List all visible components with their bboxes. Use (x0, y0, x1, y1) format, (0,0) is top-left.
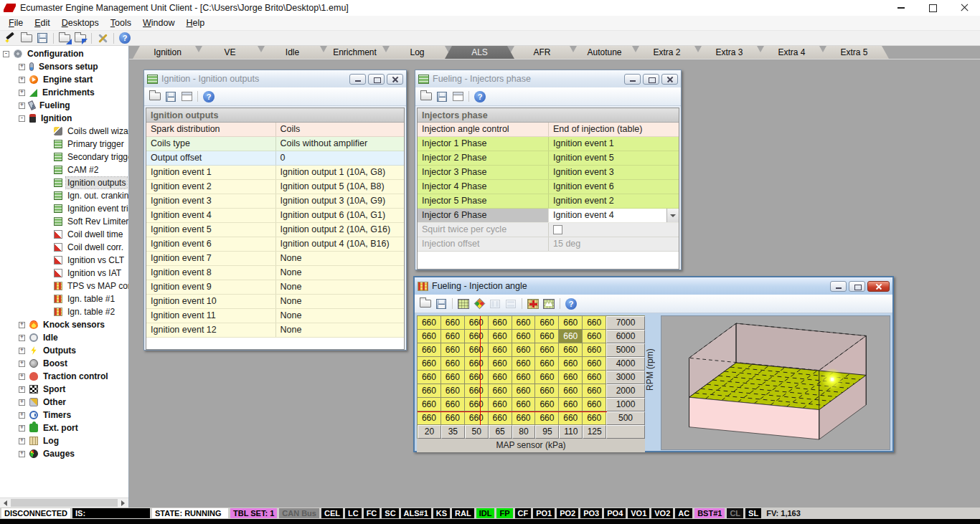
rpm-header-cell[interactable]: 3000 (606, 371, 645, 384)
tree-horizontal-scrollbar[interactable] (0, 497, 128, 508)
save-file-icon[interactable] (434, 297, 448, 310)
grid-cell[interactable]: 660 (535, 398, 559, 411)
grid-cell[interactable]: 660 (512, 398, 536, 411)
grid-cell[interactable]: 660 (441, 330, 465, 343)
grid-cell[interactable]: 660 (489, 411, 512, 425)
grid-cell[interactable]: 660 (512, 316, 536, 330)
tab-idle[interactable]: Idle (258, 46, 327, 59)
tree-item-engine-start[interactable]: + Engine start (0, 73, 128, 86)
tree-item-enrichments[interactable]: + Enrichments (0, 86, 128, 99)
tree-expander[interactable]: + (19, 335, 25, 341)
grid-cell[interactable]: 660 (583, 316, 606, 330)
param-row[interactable]: Ignition event 4 Ignition output 6 (10A,… (146, 209, 404, 223)
grid-cell[interactable]: 660 (441, 357, 465, 371)
tree-item-ignition-event-trim[interactable]: Ignition event trim (0, 202, 128, 215)
grid-cell[interactable]: 660 (441, 371, 465, 384)
save-file-icon[interactable] (35, 32, 50, 44)
tab-enrichment[interactable]: Enrichment (320, 46, 390, 59)
tab-als[interactable]: ALS (445, 46, 514, 59)
param-row[interactable]: Injection angle control End of injection… (418, 123, 679, 137)
param-row-disabled[interactable]: Squirt twice per cycle (418, 223, 679, 237)
map-header-cell[interactable]: 50 (465, 425, 489, 439)
tree-item-cam-2[interactable]: CAM #2 (0, 163, 128, 176)
grid-cell[interactable]: 660 (465, 316, 489, 330)
close-button[interactable] (948, 0, 980, 16)
menu-tools[interactable]: Tools (105, 16, 137, 29)
tree-item-coil-dwell-corr[interactable]: Coil dwell corr. (0, 241, 128, 254)
grid-cell[interactable]: 660 (418, 411, 441, 425)
read-from-ecu-icon[interactable] (57, 32, 72, 44)
tree-item-ignition-outputs[interactable]: Ignition outputs (0, 176, 128, 189)
grid-cell[interactable]: 660 (418, 384, 441, 398)
grid-cell[interactable]: 660 (418, 398, 441, 411)
tab-extra-5[interactable]: Extra 5 (819, 46, 889, 59)
tree-item-configuration[interactable]: - Configuration (0, 47, 128, 60)
grid-cell[interactable]: 660 (512, 330, 536, 343)
grid-cell[interactable]: 660 (583, 384, 606, 398)
tree-item-outputs[interactable]: + Outputs (0, 344, 128, 357)
tree-item-fueling[interactable]: + Fueling (0, 99, 128, 112)
tab-log[interactable]: Log (382, 46, 452, 59)
rpm-header-cell[interactable]: 6000 (606, 330, 645, 343)
window-titlebar[interactable]: Fueling - Injectors phase (415, 70, 681, 87)
tree-expander[interactable]: + (19, 90, 25, 96)
interpolate-table-icon[interactable] (526, 297, 540, 310)
grid-cell[interactable]: 660 (583, 411, 606, 425)
grid-cell[interactable]: 660 (489, 371, 512, 384)
grid-cell[interactable]: 660 (583, 343, 606, 357)
tree-expander[interactable]: + (19, 64, 25, 70)
rpm-header-cell[interactable]: 1000 (606, 398, 645, 411)
param-row[interactable]: Ignition event 2 Ignition output 5 (10A,… (146, 180, 404, 194)
window-titlebar[interactable]: Ignition - Ignition outputs (144, 70, 406, 87)
param-row-selected[interactable]: Injector 6 Phase Ignition event 4 (418, 209, 679, 223)
tree-expander[interactable]: + (19, 412, 25, 419)
tree-expander[interactable]: + (19, 399, 25, 406)
grid-cell[interactable]: 660 (441, 411, 465, 425)
tree-item-idle[interactable]: + Idle (0, 331, 128, 344)
rpm-header-cell[interactable]: 500 (606, 411, 645, 425)
open-file-icon[interactable] (418, 297, 433, 310)
param-row[interactable]: Ignition event 7 None (146, 252, 404, 266)
save-file-icon[interactable] (435, 90, 449, 103)
param-row[interactable]: Injector 5 Phase Ignition event 2 (418, 194, 679, 209)
split-horizontal-icon[interactable] (504, 297, 518, 310)
param-row[interactable]: Ignition event 11 None (146, 309, 404, 323)
grid-cell[interactable]: 660 (489, 384, 512, 398)
tree-item-ext-port[interactable]: + Ext. port (0, 421, 128, 434)
tree-item-sensors-setup[interactable]: + Sensors setup (0, 60, 128, 73)
param-combobox[interactable]: Ignition event 4 (548, 209, 679, 222)
tree-item-gauges[interactable]: + Gauges (0, 447, 128, 460)
scale-table-icon[interactable] (542, 297, 556, 310)
param-row[interactable]: Injector 1 Phase Ignition event 1 (418, 137, 679, 151)
grid-cell[interactable]: 660 (512, 343, 536, 357)
tree-expander[interactable]: + (19, 103, 25, 109)
open-file-icon[interactable] (419, 90, 433, 103)
tree-item-traction-control[interactable]: + Traction control (0, 370, 128, 383)
param-row[interactable]: Ignition event 6 Ignition output 4 (10A,… (146, 237, 404, 252)
tab-extra-2[interactable]: Extra 2 (632, 46, 702, 59)
grid-cell[interactable]: 660 (559, 371, 583, 384)
grid-cell[interactable]: 660 (489, 357, 512, 371)
tree-item-tps-vs-map-corr[interactable]: TPS vs MAP corr. (0, 280, 128, 292)
param-row[interactable]: Injector 4 Phase Ignition event 6 (418, 180, 679, 194)
surface-plot[interactable] (661, 315, 890, 450)
menu-window[interactable]: Window (137, 16, 180, 29)
param-row[interactable]: Ignition event 9 None (146, 280, 404, 295)
tree-item-boost[interactable]: + Boost (0, 357, 128, 370)
rpm-header-cell[interactable]: 4000 (606, 357, 645, 371)
tree-item-other[interactable]: + Other (0, 396, 128, 409)
help-icon[interactable]: ? (203, 91, 215, 103)
map-header-cell[interactable]: 35 (441, 425, 465, 439)
grid-cell[interactable]: 660 (559, 398, 583, 411)
tab-ignition[interactable]: Ignition (133, 46, 202, 59)
open-file-icon[interactable] (148, 90, 162, 103)
param-row[interactable]: Ignition event 5 Ignition output 2 (10A,… (146, 223, 404, 237)
grid-cell[interactable]: 660 (559, 330, 583, 343)
param-row[interactable]: Ignition event 10 None (146, 295, 404, 309)
grid-cell[interactable]: 660 (535, 316, 559, 330)
grid-cell[interactable]: 660 (559, 316, 583, 330)
injection-angle-grid[interactable]: 6606606606606606606606607000660660660660… (417, 315, 645, 439)
grid-cell[interactable]: 660 (489, 398, 512, 411)
tree-item-primary-trigger[interactable]: Primary trigger (0, 138, 128, 151)
tree-item-soft-rev-limiter[interactable]: Soft Rev Limiter (0, 215, 128, 228)
